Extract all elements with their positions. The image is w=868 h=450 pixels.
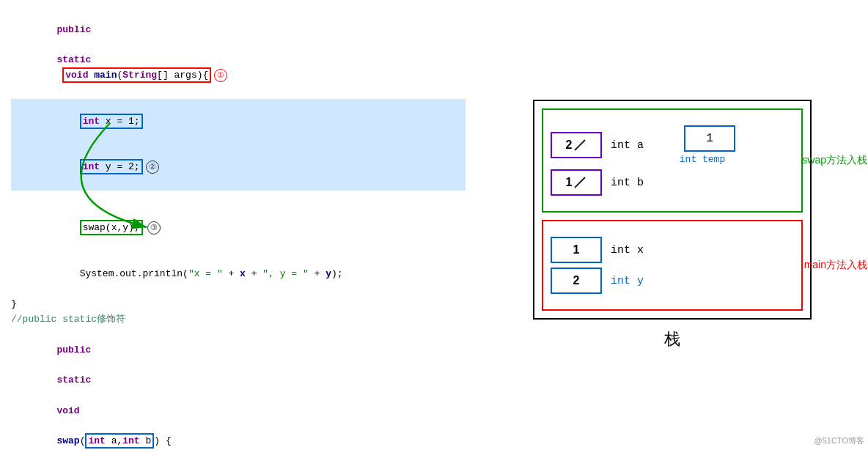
space — [56, 40, 62, 51]
strike-arrow-b-icon — [573, 176, 586, 189]
code-line-6: } — [11, 297, 466, 312]
var-y-box: 2 — [551, 268, 602, 294]
stack-outer: 2 int a 1 int temp — [533, 100, 812, 320]
int-x-highlight: int x = 1; — [80, 114, 143, 129]
swap-row-b: 1 int b — [551, 169, 794, 196]
main-stack: 1 int x 2 int y main方法入栈 — [542, 220, 803, 311]
var-b-value: 1 — [566, 176, 573, 189]
code-line-1: public static void main(String[] args){① — [11, 7, 466, 99]
temp-label: int temp — [680, 154, 725, 165]
main-container: public static void main(String[] args){①… — [0, 0, 868, 450]
main-row-y: 2 int y — [551, 268, 794, 294]
code-line-3: int y = 2;② — [11, 144, 466, 190]
code-line-5: System.out.println("x = " + x + ", y = "… — [11, 251, 466, 297]
indent — [56, 268, 79, 279]
main-signature-highlight: void main(String[] args){ — [62, 67, 211, 83]
var-a-box: 2 — [551, 132, 602, 158]
code-line-8: public static void swap(int a,int b) { — [11, 328, 466, 450]
keyword-int: int — [83, 116, 100, 127]
var-b-box: 1 — [551, 169, 602, 196]
indent — [56, 222, 79, 233]
string-brackets: String — [122, 70, 157, 81]
code-area: public static void main(String[] args){①… — [11, 7, 466, 450]
stack-title: 栈 — [664, 328, 680, 350]
swap-stack-label: swap方法入栈 — [802, 154, 867, 167]
keyword-int2: int — [83, 161, 100, 172]
strike-arrow-icon — [573, 139, 586, 152]
main-stack-label: main方法入栈 — [804, 259, 867, 272]
svg-line-3 — [575, 177, 585, 188]
circle-1: ① — [214, 69, 227, 82]
swap-stack: 2 int a 1 int temp — [542, 108, 803, 213]
kw-int-b: int — [122, 435, 139, 446]
code-line-blank — [11, 191, 466, 206]
main-row-x: 1 int x — [551, 237, 794, 263]
var-a-label: int a — [611, 139, 655, 152]
keyword-public: public — [56, 24, 91, 35]
temp-area: 1 int temp — [669, 125, 735, 165]
var-x-label: int x — [611, 244, 655, 257]
var-x-value: 1 — [573, 243, 580, 257]
kw-static2: static — [56, 375, 91, 386]
temp-value-box: 1 — [684, 125, 735, 152]
svg-line-1 — [575, 140, 585, 150]
keyword-static: static — [56, 54, 91, 65]
var-a-value: 2 — [566, 139, 573, 152]
keyword-void: void — [65, 70, 88, 81]
temp-value: 1 — [706, 132, 713, 145]
kw-void2: void — [56, 405, 79, 416]
circle-3: ③ — [147, 221, 161, 235]
var-y-label: int y — [611, 275, 655, 287]
swap-row-a: 2 int a 1 int temp — [551, 125, 794, 165]
code-line-2: int x = 1; — [11, 99, 466, 144]
swap-call-highlight: swap(x,y); — [80, 220, 143, 235]
swap-params-highlight: int a,int b — [85, 433, 154, 449]
println1: System.out.println("x = " + x + ", y = "… — [80, 268, 343, 279]
code-line-4: swap(x,y);③ — [11, 205, 466, 251]
circle-2: ② — [146, 161, 159, 174]
int-y-highlight: int y = 2; — [80, 159, 143, 174]
var-x-box: 1 — [551, 237, 602, 263]
kw-int-a: int — [88, 435, 105, 446]
kw-public2: public — [56, 344, 91, 355]
left-panel: public static void main(String[] args){①… — [0, 0, 477, 450]
method-name: main — [94, 70, 117, 81]
var-b-label: int b — [611, 177, 655, 189]
swap-method-name: swap — [56, 435, 79, 446]
var-y-value: 2 — [573, 274, 580, 287]
watermark: @51CTO博客 — [814, 435, 864, 446]
indent — [56, 161, 79, 172]
indent — [56, 116, 79, 127]
right-panel: 2 int a 1 int temp — [477, 0, 868, 450]
code-line-7: //public static修饰符 — [11, 312, 466, 328]
